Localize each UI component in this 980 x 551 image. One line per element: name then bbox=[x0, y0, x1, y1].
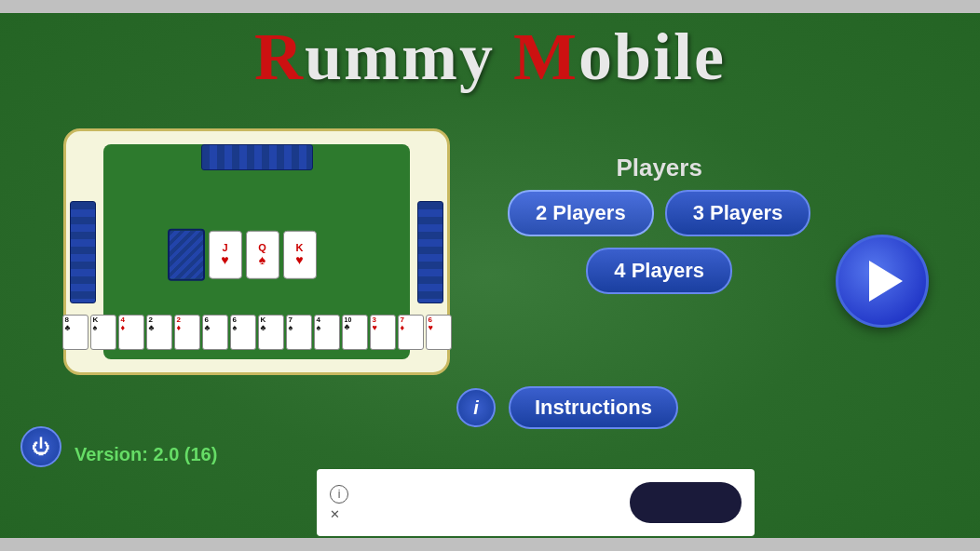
players-label: Players bbox=[508, 154, 810, 182]
power-icon: ⏻ bbox=[32, 437, 50, 458]
hand-card-14[interactable]: 6♥ bbox=[426, 315, 452, 350]
players-row-1: 2 Players 3 Players bbox=[508, 190, 810, 236]
four-players-button[interactable]: 4 Players bbox=[586, 248, 732, 294]
hand-card-1[interactable]: 8♣ bbox=[62, 315, 88, 350]
ad-close-icon[interactable]: ✕ bbox=[330, 507, 348, 521]
hand-row: 8♣ K♠ 4♦ 2♣ 2♦ 6♣ 6♠ K♣ 7♠ 4♠ 10♣ 3♥ 7♦ … bbox=[62, 315, 452, 350]
ad-banner: i ✕ bbox=[317, 469, 755, 536]
deck-left bbox=[70, 201, 96, 303]
hand-card-9[interactable]: 7♠ bbox=[286, 315, 312, 350]
ad-info-icon[interactable]: i bbox=[330, 485, 348, 504]
facedown-card[interactable] bbox=[168, 228, 205, 280]
title-m: M bbox=[513, 20, 578, 94]
info-button[interactable]: i bbox=[456, 388, 496, 427]
ad-dark-pill bbox=[630, 482, 742, 523]
deck-top bbox=[201, 144, 313, 170]
three-players-button[interactable]: 3 Players bbox=[665, 190, 811, 236]
player-selection: Players 2 Players 3 Players 4 Players bbox=[508, 154, 810, 294]
play-button[interactable] bbox=[836, 235, 929, 328]
hand-card-10[interactable]: 4♠ bbox=[314, 315, 340, 350]
play-triangle-icon bbox=[869, 261, 903, 302]
center-cards: J ♥ Q ♠ K ♥ bbox=[168, 228, 317, 280]
title-obile: obile bbox=[578, 20, 726, 94]
instructions-button[interactable]: Instructions bbox=[509, 386, 678, 429]
card-queen-spades[interactable]: Q ♠ bbox=[246, 230, 279, 278]
deck-right bbox=[417, 201, 443, 303]
version-label: Version: 2.0 (16) bbox=[75, 444, 217, 465]
title-r: R bbox=[254, 20, 305, 94]
card-table-inner: J ♥ Q ♠ K ♥ 8♣ K♠ 4♦ 2♣ 2♦ 6♣ 6♠ K♣ 7♠ 4… bbox=[103, 144, 410, 359]
two-players-button[interactable]: 2 Players bbox=[508, 190, 654, 236]
hand-card-5[interactable]: 2♦ bbox=[174, 315, 200, 350]
hand-card-11[interactable]: 10♣ bbox=[342, 315, 368, 350]
title-ummy: ummy bbox=[305, 20, 513, 94]
hand-card-8[interactable]: K♣ bbox=[258, 315, 284, 350]
hand-card-13[interactable]: 7♦ bbox=[398, 315, 424, 350]
card-king-hearts[interactable]: K ♥ bbox=[283, 230, 317, 278]
instructions-area: i Instructions bbox=[456, 386, 678, 429]
hand-card-12[interactable]: 3♥ bbox=[370, 315, 396, 350]
hand-card-4[interactable]: 2♣ bbox=[146, 315, 172, 350]
hand-card-2[interactable]: K♠ bbox=[90, 315, 116, 350]
ad-info: i ✕ bbox=[330, 485, 348, 521]
top-bar bbox=[0, 0, 980, 13]
hand-card-6[interactable]: 6♣ bbox=[202, 315, 228, 350]
game-title: Rummy Mobile bbox=[0, 19, 980, 96]
players-row-2: 4 Players bbox=[508, 248, 810, 294]
bottom-bar bbox=[0, 538, 980, 551]
hand-card-3[interactable]: 4♦ bbox=[118, 315, 144, 350]
card-jack-hearts[interactable]: J ♥ bbox=[209, 230, 242, 278]
hand-card-7[interactable]: 6♠ bbox=[230, 315, 256, 350]
power-button[interactable]: ⏻ bbox=[20, 426, 61, 467]
card-table: J ♥ Q ♠ K ♥ 8♣ K♠ 4♦ 2♣ 2♦ 6♣ 6♠ K♣ 7♠ 4… bbox=[63, 128, 450, 375]
